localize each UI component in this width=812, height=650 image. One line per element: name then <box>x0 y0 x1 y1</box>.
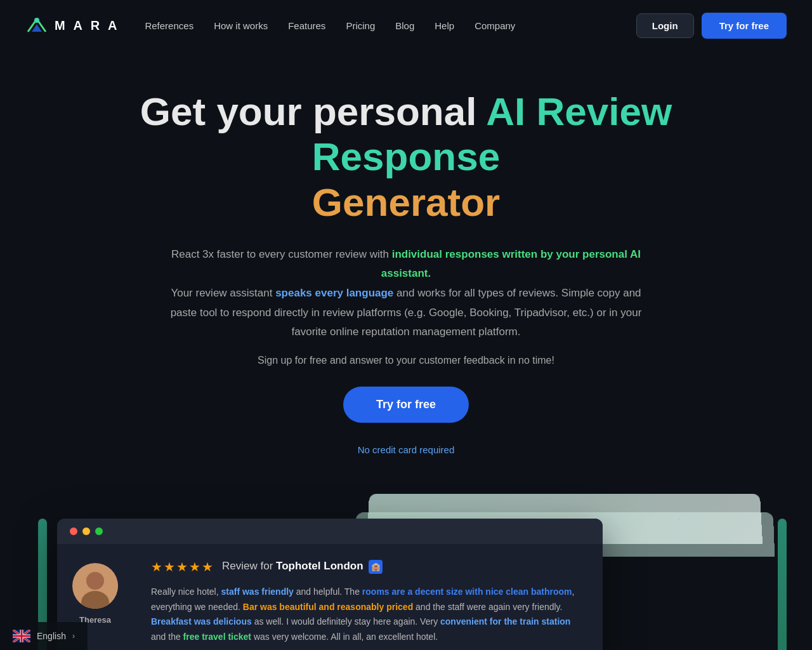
hero-signup-text: Sign up for free and answer to your cust… <box>89 355 723 366</box>
logo-text: M A R A <box>55 18 119 33</box>
nav-blog[interactable]: Blog <box>395 20 414 31</box>
hero-subtitle-highlight-1: individual responses written by your per… <box>381 248 641 280</box>
nav-features[interactable]: Features <box>288 20 325 31</box>
demo-card: Theresa ★★★★★ Review for Tophotel London… <box>57 519 603 650</box>
dot-green <box>95 527 103 535</box>
nav-help[interactable]: Help <box>435 20 454 31</box>
nav-actions: Login Try for free <box>636 13 787 39</box>
nav-how-it-works[interactable]: How it works <box>214 20 268 31</box>
hero-title-generator: Generator <box>312 180 500 224</box>
login-button[interactable]: Login <box>636 13 694 38</box>
review-stars: ★★★★★ <box>151 559 214 574</box>
navbar: M A R A References How it works Features… <box>0 0 812 51</box>
review-header: ★★★★★ Review for Tophotel London 🏨 <box>151 559 585 574</box>
language-label: English <box>37 631 66 641</box>
language-arrow: › <box>72 632 75 640</box>
nav-company[interactable]: Company <box>475 20 515 31</box>
hero-title-start: Get your personal <box>140 90 487 133</box>
hotel-name: Tophotel London <box>276 560 363 572</box>
try-free-hero-button[interactable]: Try for free <box>343 387 469 423</box>
svg-point-2 <box>86 572 104 590</box>
try-free-nav-button[interactable]: Try for free <box>702 13 787 39</box>
logo[interactable]: M A R A <box>25 14 119 37</box>
card-titlebar <box>57 519 603 544</box>
flag-icon <box>13 630 30 642</box>
svg-point-0 <box>34 18 39 23</box>
language-selector[interactable]: English › <box>0 622 88 650</box>
dot-yellow <box>82 527 90 535</box>
no-credit-card-text: No credit card required <box>358 444 455 455</box>
hotel-icon: 🏨 <box>369 560 383 574</box>
review-content: ★★★★★ Review for Tophotel London 🏨 Reall… <box>133 544 603 650</box>
hero-subtitle-1: React 3x faster to every customer review… <box>171 248 392 260</box>
hero-title: Get your personal AI Review Response Gen… <box>89 89 723 225</box>
card-body: Theresa ★★★★★ Review for Tophotel London… <box>57 544 603 650</box>
review-for: Review for Tophotel London 🏨 <box>222 560 383 574</box>
nav-references[interactable]: References <box>145 20 193 31</box>
hero-subtitle-highlight-2: speaks every language <box>275 287 393 299</box>
demo-area: Theresa ★★★★★ Review for Tophotel London… <box>0 493 812 650</box>
side-panel-right <box>778 519 787 650</box>
nav-pricing[interactable]: Pricing <box>346 20 375 31</box>
hero-subtitle-2: Your review assistant <box>171 287 275 299</box>
dot-red <box>70 527 77 535</box>
avatar <box>72 563 118 609</box>
hero-section: Get your personal AI Review Response Gen… <box>0 51 812 481</box>
hero-cta: Try for free No credit card required <box>89 387 723 455</box>
review-text: Really nice hotel, staff was friendly an… <box>151 585 585 645</box>
hero-subtitle: React 3x faster to every customer review… <box>159 245 653 342</box>
nav-links: References How it works Features Pricing… <box>145 20 636 31</box>
